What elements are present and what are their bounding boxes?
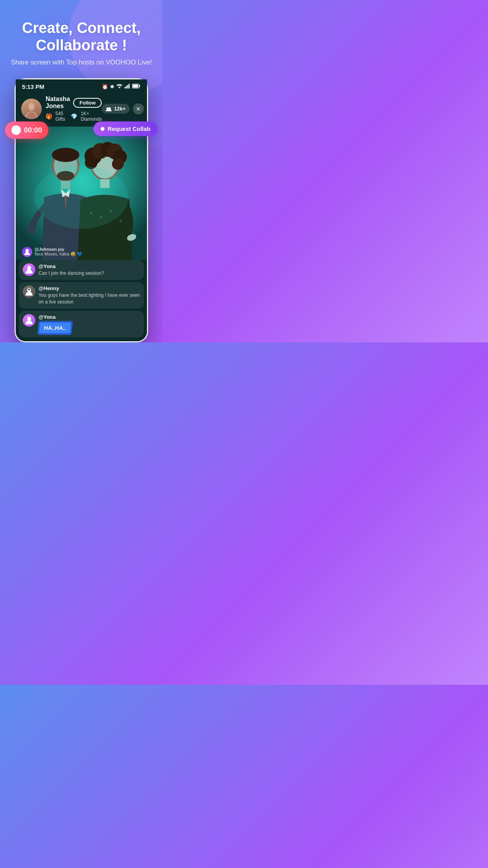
chat-overlay: @Johnson joy Nice Moves, haha 😀 💙 — [16, 247, 147, 260]
people-silhouette — [16, 127, 147, 260]
svg-point-24 — [112, 158, 124, 170]
request-collab-button[interactable]: Request Collab — [94, 121, 158, 136]
chat-message-yona-1: Can I join the dancing session? — [39, 270, 140, 277]
timer-value: 00:00 — [24, 126, 42, 134]
chat-avatar-small-1 — [22, 247, 32, 257]
viewers-count: 12k+ — [114, 106, 125, 112]
video-background — [16, 127, 147, 260]
chat-content-yona-1: @Yona Can I join the dancing session? — [39, 263, 140, 277]
video-area: @Johnson joy Nice Moves, haha 😀 💙 — [16, 127, 147, 260]
battery-icon — [132, 84, 141, 90]
diamonds-count: 1K+ Diamonds — [81, 111, 102, 122]
svg-point-30 — [119, 220, 122, 222]
chat-avatar-henny — [23, 285, 35, 298]
chat-card-yona-2: @Yona HA..HA.. — [19, 311, 144, 337]
hero-title: Create, Connect,Collaborate ! — [8, 20, 155, 54]
svg-rect-6 — [133, 85, 138, 88]
profile-info: Natasha Jones Follow 🎁 545 Gifts 💎 1K+ D… — [46, 96, 102, 122]
chat-card-yona-1: @Yona Can I join the dancing session? — [19, 260, 144, 280]
profile-name: Natasha Jones — [46, 96, 70, 110]
status-time: 5:13 PM — [22, 83, 44, 90]
chat-avatar-yona-1 — [23, 263, 35, 276]
hero-section: Create, Connect,Collaborate ! Share scre… — [0, 0, 163, 78]
signal-icon — [125, 84, 130, 90]
chat-content-henny: @Henny You guys have the best lighting I… — [39, 285, 140, 305]
phone-mockup: 5:13 PM ⏰ ✱ — [15, 78, 148, 342]
avatar-image — [21, 99, 42, 119]
chat-username-henny: @Henny — [39, 285, 140, 291]
chat-text-small-1: @Johnson joy Nice Moves, haha 😀 💙 — [35, 247, 83, 257]
follow-button[interactable]: Follow — [73, 98, 102, 108]
status-icons: ⏰ ✱ — [102, 84, 141, 90]
chat-section: @Yona Can I join the dancing session? @H… — [16, 260, 147, 341]
collab-dot — [101, 127, 105, 131]
haha-container: HA..HA.. — [39, 322, 140, 334]
svg-rect-0 — [125, 87, 126, 88]
chat-username-yona-1: @Yona — [39, 263, 140, 269]
chat-card-henny: @Henny You guys have the best lighting I… — [19, 282, 144, 309]
avatar — [21, 99, 42, 119]
status-bar: 5:13 PM ⏰ ✱ — [16, 79, 147, 92]
gifts-count: 545 Gifts — [55, 111, 68, 122]
svg-point-32 — [34, 166, 128, 229]
timer-button[interactable]: ⏱ 00:00 — [5, 121, 48, 139]
collab-label: Request Collab — [108, 125, 150, 132]
chat-avatar-yona-2 — [23, 314, 35, 327]
svg-rect-1 — [126, 86, 127, 89]
wifi-icon — [116, 84, 123, 90]
phone-container: ⏱ 00:00 Request Collab 5:13 PM ⏰ ✱ — [15, 78, 148, 342]
profile-name-row: Natasha Jones Follow — [46, 96, 102, 110]
profile-left: Natasha Jones Follow 🎁 545 Gifts 💎 1K+ D… — [21, 96, 102, 122]
small-chat-message-1: Nice Moves, haha 😀 💙 — [35, 252, 83, 257]
svg-rect-2 — [127, 85, 128, 88]
chat-username-yona-2: @Yona — [39, 314, 140, 320]
svg-point-14 — [52, 148, 79, 162]
bluetooth-icon: ✱ — [110, 84, 114, 90]
svg-point-8 — [29, 103, 34, 110]
chat-message-small-1: @Johnson joy Nice Moves, haha 😀 💙 — [19, 247, 147, 257]
svg-rect-3 — [129, 84, 130, 88]
hero-subtitle: Share screen with Top hosts on VOOHOO Li… — [8, 59, 155, 66]
chat-message-henny: You guys have the best lighting I have e… — [39, 292, 140, 305]
timer-icon: ⏱ — [11, 125, 21, 135]
svg-rect-5 — [139, 85, 140, 87]
close-button[interactable]: ✕ — [133, 103, 144, 114]
alarm-icon: ⏰ — [102, 84, 108, 90]
chat-content-yona-2: @Yona HA..HA.. — [39, 314, 140, 334]
viewers-badge: 12k+ — [102, 104, 129, 114]
small-chat-username-1: @Johnson joy — [35, 247, 83, 252]
gift-icon: 🎁 — [46, 113, 52, 120]
haha-badge: HA..HA.. — [38, 322, 72, 334]
profile-right: 12k+ ✕ — [102, 103, 143, 114]
profile-stats: 🎁 545 Gifts 💎 1K+ Diamonds — [46, 111, 102, 122]
svg-point-36 — [28, 289, 30, 290]
diamond-icon: 💎 — [71, 113, 77, 120]
